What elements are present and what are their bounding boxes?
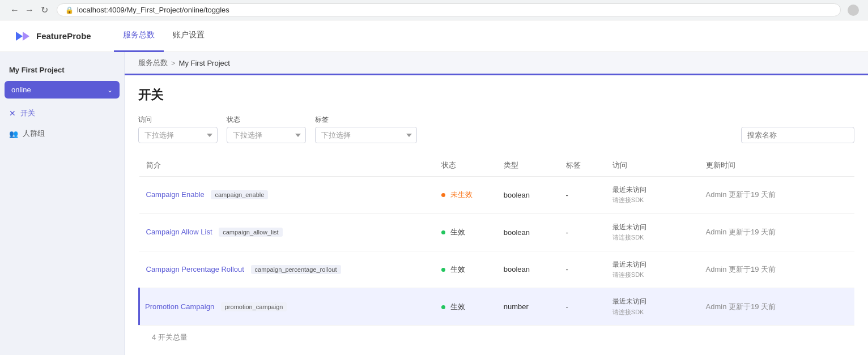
app: FeatureProbe 服务总数 账户设置 My First Project … [0,20,868,355]
search-input[interactable] [741,127,854,143]
page-content: 开关 访问 下拉选择 状态 下拉选择 [125,75,868,355]
breadcrumb: 服务总数 > My First Project [125,52,868,75]
table-row[interactable]: Campaign Enable campaign_enable 未生效 bool… [139,177,855,214]
cell-tag-value-campaign-allow-list: - [559,213,606,251]
th-type: 类型 [497,155,559,177]
cell-updated-campaign-percentage-rollout: Admin 更新于19 天前 [699,251,854,288]
content-area: 服务总数 > My First Project 开关 访问 下拉选择 状态 [125,52,868,355]
th-status: 状态 [435,155,497,177]
cell-updated-campaign-allow-list: Admin 更新于19 天前 [699,213,854,251]
toggle-tag-promotion-campaign: promotion_campaign [221,302,287,311]
access-main-promotion-campaign: 最近未访问 [612,296,692,307]
main-layout: My First Project online ⌄ ✕ 开关 👥 人群组 服务总… [0,52,868,355]
filter-status-select[interactable]: 下拉选择 [227,127,306,143]
sidebar: My First Project online ⌄ ✕ 开关 👥 人群组 [0,52,125,355]
status-text-campaign-percentage-rollout: 生效 [450,265,465,273]
status-dot-promotion-campaign [441,305,445,309]
sidebar-item-toggles-label: 开关 [20,108,35,118]
access-main-campaign-percentage-rollout: 最近未访问 [612,259,692,270]
filter-status: 状态 下拉选择 [227,115,306,143]
breadcrumb-root[interactable]: 服务总数 [138,58,168,68]
search-wrap [741,127,854,143]
cell-type-campaign-percentage-rollout: boolean [497,251,559,288]
cell-intro-campaign-allow-list: Campaign Allow List campaign_allow_list [139,213,435,251]
access-sub-campaign-enable: 请连接SDK [612,195,692,206]
cell-updated-campaign-enable: Admin 更新于19 天前 [699,177,854,214]
table-header: 简介 状态 类型 标签 访问 更新时间 [139,155,855,177]
filter-tags: 标签 下拉选择 [315,115,417,143]
lock-icon: 🔒 [65,6,74,14]
sidebar-item-toggles[interactable]: ✕ 开关 [0,103,124,123]
cell-intro-promotion-campaign: Promotion Campaign promotion_campaign [139,288,435,325]
breadcrumb-separator: > [171,59,176,67]
access-main-campaign-enable: 最近未访问 [612,185,692,195]
toggles-table: 简介 状态 类型 标签 访问 更新时间 Campaign Enable camp… [138,155,854,325]
filter-tags-label: 标签 [315,115,417,125]
sidebar-env[interactable]: online ⌄ [5,81,120,99]
table-footer: 4 开关总量 [138,325,854,349]
sidebar-project-title: My First Project [0,61,124,81]
cell-access-promotion-campaign: 最近未访问 请连接SDK [606,288,699,325]
table-row[interactable]: Campaign Percentage Rollout campaign_per… [139,251,855,288]
cell-tag-value-campaign-percentage-rollout: - [559,251,606,288]
svg-marker-1 [23,32,29,41]
access-main-campaign-allow-list: 最近未访问 [612,222,692,233]
cell-access-campaign-allow-list: 最近未访问 请连接SDK [606,213,699,251]
top-nav-tabs: 服务总数 账户设置 [114,20,214,52]
status-dot-campaign-percentage-rollout [441,268,445,272]
people-icon: 👥 [9,130,18,138]
table-row[interactable]: Campaign Allow List campaign_allow_list … [139,213,855,251]
toggle-tag-campaign-allow-list: campaign_allow_list [219,228,282,237]
tab-services[interactable]: 服务总数 [114,20,164,52]
cell-type-campaign-allow-list: boolean [497,213,559,251]
cell-tag-value-campaign-enable: - [559,177,606,214]
toggle-name-campaign-allow-list[interactable]: Campaign Allow List [146,228,212,236]
reload-button[interactable]: ↻ [39,5,50,16]
toggle-icon: ✕ [9,109,16,118]
cell-type-promotion-campaign: number [497,288,559,325]
sidebar-item-segments-label: 人群组 [23,129,45,139]
filters-bar: 访问 下拉选择 状态 下拉选择 标签 下拉选择 [138,115,854,143]
access-sub-promotion-campaign: 请连接SDK [612,307,692,318]
cell-access-campaign-enable: 最近未访问 请连接SDK [606,177,699,214]
logo-text: FeatureProbe [36,31,91,41]
toggle-tag-campaign-percentage-rollout: campaign_percentage_rollout [251,265,341,274]
address-bar[interactable]: 🔒 localhost:4009/My_First_Project/online… [57,3,841,16]
toggle-name-campaign-enable[interactable]: Campaign Enable [146,190,205,199]
toggle-name-promotion-campaign[interactable]: Promotion Campaign [145,302,214,311]
tab-account[interactable]: 账户设置 [164,20,214,52]
sidebar-env-label: online [11,85,31,94]
filter-access-label: 访问 [138,115,218,125]
toggle-name-campaign-percentage-rollout[interactable]: Campaign Percentage Rollout [146,265,244,273]
th-tag: 标签 [559,155,606,177]
filter-status-label: 状态 [227,115,306,125]
th-intro: 简介 [139,155,435,177]
back-button[interactable]: ← [9,5,20,16]
status-text-promotion-campaign: 生效 [450,302,465,311]
filter-access: 访问 下拉选择 [138,115,218,143]
breadcrumb-current: My First Project [179,59,230,67]
profile-icon[interactable] [848,5,859,16]
browser-chrome: ← → ↻ 🔒 localhost:4009/My_First_Project/… [0,0,868,20]
filter-access-select[interactable]: 下拉选择 [138,127,218,143]
access-sub-campaign-allow-list: 请连接SDK [612,233,692,243]
table-body: Campaign Enable campaign_enable 未生效 bool… [139,177,855,326]
status-dot-campaign-enable [441,193,445,197]
access-sub-campaign-percentage-rollout: 请连接SDK [612,270,692,280]
status-text-campaign-enable: 未生效 [450,190,473,199]
cell-access-campaign-percentage-rollout: 最近未访问 请连接SDK [606,251,699,288]
status-text-campaign-allow-list: 生效 [450,228,465,236]
logo: FeatureProbe [14,27,91,45]
cell-status-campaign-enable: 未生效 [435,177,497,214]
cell-status-campaign-percentage-rollout: 生效 [435,251,497,288]
forward-button[interactable]: → [24,5,35,16]
sidebar-nav-items: ✕ 开关 👥 人群组 [0,103,124,144]
page-title: 开关 [138,87,854,104]
table-row[interactable]: Promotion Campaign promotion_campaign 生效… [139,288,855,325]
cell-status-promotion-campaign: 生效 [435,288,497,325]
nav-buttons: ← → ↻ [9,5,50,16]
status-dot-campaign-allow-list [441,230,445,234]
cell-status-campaign-allow-list: 生效 [435,213,497,251]
filter-tags-select[interactable]: 下拉选择 [315,127,417,143]
sidebar-item-segments[interactable]: 👥 人群组 [0,123,124,144]
